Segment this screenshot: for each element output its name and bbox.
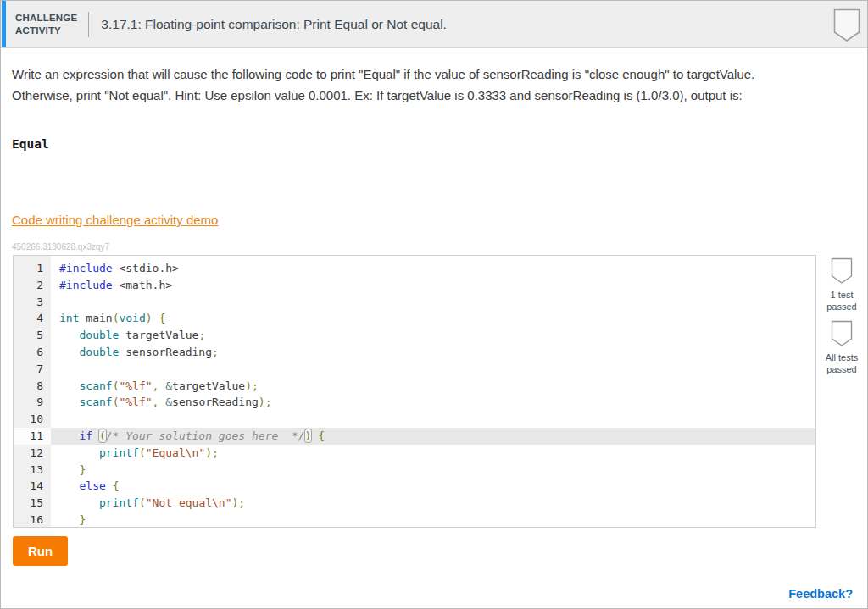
- feedback-link[interactable]: Feedback?: [788, 587, 853, 601]
- code-line[interactable]: 4int main(void) {: [14, 310, 815, 327]
- demo-link[interactable]: Code writing challenge activity demo: [12, 213, 218, 227]
- code-text: double sensorReading;: [51, 344, 219, 361]
- code-text: printf("Equal\n");: [51, 445, 219, 462]
- test-rail: 1 test passed All tests passed: [820, 257, 864, 383]
- code-line[interactable]: 14 else {: [14, 478, 815, 495]
- test-label: All tests passed: [820, 352, 864, 375]
- test-badge-all: All tests passed: [820, 320, 864, 375]
- activity-title: 3.17.1: Floating-point comparison: Print…: [101, 17, 447, 32]
- code-text: [51, 411, 59, 428]
- activity-id: 450266.3180628.qx3zqy7: [12, 242, 109, 252]
- test-shield-icon: [831, 257, 853, 285]
- line-number: 7: [14, 361, 51, 378]
- code-line[interactable]: 3: [14, 294, 815, 311]
- challenge-activity-page: CHALLENGE ACTIVITY 3.17.1: Floating-poin…: [0, 0, 868, 609]
- code-text: }: [51, 512, 86, 528]
- code-text: double targetValue;: [51, 327, 205, 344]
- test-label: 1 test passed: [820, 289, 864, 313]
- line-number: 16: [14, 512, 51, 528]
- code-text: #include <math.h>: [51, 277, 172, 294]
- challenge-badge-line1: CHALLENGE: [15, 12, 77, 25]
- line-number: 10: [14, 411, 51, 428]
- run-button[interactable]: Run: [13, 536, 68, 566]
- instructions-paragraph: Write an expression that will cause the …: [12, 64, 817, 106]
- code-text: int main(void) {: [51, 310, 165, 327]
- code-line[interactable]: 16 }: [14, 512, 815, 528]
- line-number: 2: [14, 277, 51, 294]
- line-number: 1: [14, 260, 51, 277]
- code-line[interactable]: 15 printf("Not equal\n");: [14, 495, 815, 512]
- challenge-badge-line2: ACTIVITY: [15, 25, 77, 37]
- code-editor-rows: 1#include <stdio.h>2#include <math.h>34i…: [14, 256, 815, 528]
- line-number: 6: [14, 344, 51, 361]
- shield-icon: [833, 8, 860, 42]
- code-text: [51, 361, 59, 378]
- line-number: 15: [14, 495, 51, 512]
- line-number: 5: [14, 327, 51, 344]
- test-shield-icon: [831, 320, 853, 347]
- header-divider: [88, 12, 89, 37]
- challenge-activity-badge: CHALLENGE ACTIVITY: [15, 12, 77, 37]
- line-number: 13: [14, 462, 51, 479]
- line-number: 11: [14, 428, 51, 445]
- code-text: printf("Not equal\n");: [51, 495, 245, 512]
- code-line[interactable]: 1#include <stdio.h>: [14, 260, 815, 277]
- line-number: 4: [14, 310, 51, 327]
- line-number: 12: [14, 445, 51, 462]
- code-line[interactable]: 9 scanf("%lf", &sensorReading);: [14, 394, 815, 411]
- header: CHALLENGE ACTIVITY 3.17.1: Floating-poin…: [1, 1, 867, 48]
- line-number: 8: [14, 378, 51, 395]
- code-text: if (/* Your solution goes here */) {: [51, 428, 325, 445]
- line-number: 3: [14, 294, 51, 311]
- code-text: scanf("%lf", &targetValue);: [51, 378, 259, 395]
- test-badge-single: 1 test passed: [820, 257, 864, 313]
- line-number: 9: [14, 394, 51, 411]
- code-line[interactable]: 5 double targetValue;: [14, 327, 815, 344]
- line-number: 14: [14, 478, 51, 495]
- code-line[interactable]: 2#include <math.h>: [14, 277, 815, 294]
- code-text: [51, 294, 59, 311]
- code-line[interactable]: 10: [14, 411, 815, 428]
- code-line[interactable]: 12 printf("Equal\n");: [14, 445, 815, 462]
- code-line[interactable]: 13 }: [14, 462, 815, 479]
- code-text: #include <stdio.h>: [51, 260, 179, 277]
- code-line[interactable]: 8 scanf("%lf", &targetValue);: [14, 378, 815, 395]
- code-line[interactable]: 6 double sensorReading;: [14, 344, 815, 361]
- sample-output: Equal: [12, 137, 49, 151]
- code-text: }: [51, 462, 86, 479]
- code-text: scanf("%lf", &sensorReading);: [51, 394, 271, 411]
- code-text: else {: [51, 478, 119, 495]
- code-editor[interactable]: 1#include <stdio.h>2#include <math.h>34i…: [13, 255, 816, 528]
- accent-bar: [2, 1, 6, 47]
- code-line[interactable]: 7: [14, 361, 815, 378]
- code-line[interactable]: 11 if (/* Your solution goes here */) {: [14, 428, 815, 445]
